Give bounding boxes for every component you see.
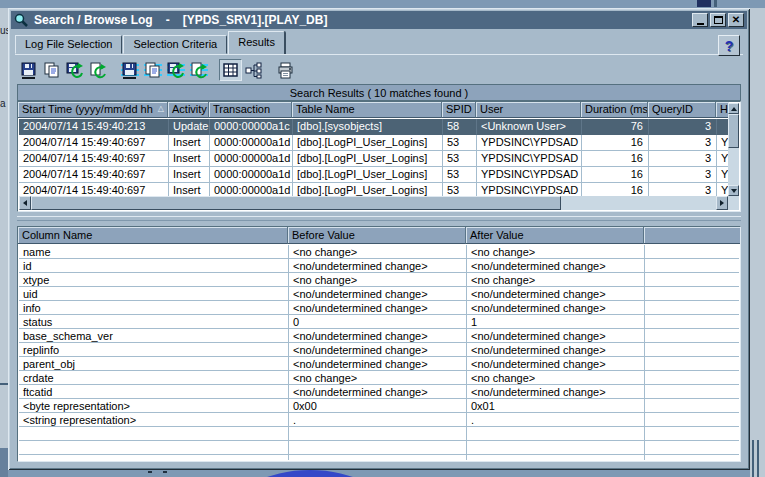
list-item[interactable]: replinfo <no/undetermined change> <no/un…: [19, 343, 739, 357]
scroll-down-button[interactable]: [728, 185, 739, 196]
list-item[interactable]: [19, 441, 739, 455]
scrollbar-corner: [728, 196, 739, 210]
arrow-up-icon: [731, 107, 737, 111]
list-item[interactable]: info <no/undetermined change> <no/undete…: [19, 301, 739, 315]
background-window-fragment-right: [750, 8, 765, 477]
tab[interactable]: Selection Criteria: [123, 35, 227, 54]
table-row[interactable]: 2004/07/14 15:49:40:697 Insert 0000:0000…: [19, 135, 728, 151]
list-item[interactable]: uid <no/undetermined change> <no/undeter…: [19, 287, 739, 301]
tree-view-button[interactable]: [242, 59, 265, 81]
column-header-transaction[interactable]: Transaction: [209, 102, 292, 118]
column-header-user[interactable]: User: [476, 102, 581, 118]
copy-button[interactable]: [40, 59, 63, 81]
save-button[interactable]: [17, 59, 40, 81]
list-item[interactable]: name <no change> <no change>: [19, 245, 739, 259]
horizontal-scrollbar-thumb[interactable]: [31, 196, 561, 210]
magnifier-icon: [14, 13, 29, 28]
save-icon: [20, 62, 38, 79]
list-item[interactable]: [19, 427, 739, 441]
copy-filtered-button[interactable]: [141, 59, 164, 81]
window-title-separator: -: [166, 13, 170, 27]
vertical-scrollbar-thumb[interactable]: [728, 114, 739, 148]
copy-icon: [43, 62, 61, 79]
column-header-after-value[interactable]: After Value: [466, 227, 644, 244]
tab[interactable]: Log File Selection: [15, 35, 122, 54]
load-revert-filtered-icon: [190, 62, 208, 79]
background-text-fragment: a: [0, 98, 6, 109]
desktop: us a Search / Browse Log - [YPDS_SRV1].[…: [0, 0, 765, 477]
vertical-scrollbar[interactable]: [728, 103, 739, 196]
tab-page-edge: [15, 54, 743, 55]
arrow-right-icon: [720, 200, 724, 206]
background-window-fragment: [0, 448, 8, 477]
list-item[interactable]: [19, 455, 739, 460]
save-revert-filtered-button[interactable]: [164, 59, 187, 81]
column-header-before-value[interactable]: Before Value: [288, 227, 466, 244]
row-details-table: Column Name Before Value After Value nam…: [17, 226, 741, 462]
list-item[interactable]: ftcatid <no/undetermined change> <no/und…: [19, 385, 739, 399]
maximize-icon: [714, 16, 723, 24]
scroll-left-button[interactable]: [19, 196, 31, 210]
column-header-start-time[interactable]: Start Time (yyyy/mm/dd hh △: [18, 102, 168, 118]
column-header-queryid[interactable]: QueryID: [648, 102, 716, 118]
column-header-spid[interactable]: SPID: [442, 102, 476, 118]
save-filtered-button[interactable]: [118, 59, 141, 81]
background-line-fragment: [0, 383, 8, 385]
list-item[interactable]: status 0 1: [19, 315, 739, 329]
tree-view-icon: [245, 62, 263, 79]
list-item[interactable]: xtype <no change> <no change>: [19, 273, 739, 287]
table-row[interactable]: 2004/07/14 15:49:40:697 Insert 0000:0000…: [19, 151, 728, 167]
horizontal-scrollbar[interactable]: [19, 196, 728, 210]
scroll-up-button[interactable]: [728, 103, 739, 114]
load-revert-button[interactable]: [86, 59, 109, 81]
list-item[interactable]: crdate <no change> <no change>: [19, 371, 739, 385]
save-revert-button[interactable]: [63, 59, 86, 81]
title-bar[interactable]: Search / Browse Log - [YPDS_SRV1].[PLAY_…: [11, 11, 747, 29]
splitter-bar[interactable]: [17, 216, 741, 221]
list-item[interactable]: <byte representation> 0x00 0x01: [19, 399, 739, 413]
list-item[interactable]: parent_obj <no/undetermined change> <no/…: [19, 357, 739, 371]
grid-view-button[interactable]: [219, 59, 242, 81]
background-line-fragment: [163, 471, 167, 473]
save-revert-icon: [66, 62, 84, 79]
maximize-button[interactable]: [710, 13, 726, 27]
tab-bar: Log File SelectionSelection CriteriaResu…: [15, 31, 743, 54]
details-table-header: Column Name Before Value After Value: [18, 227, 740, 244]
column-header-duration[interactable]: Duration (ms): [581, 102, 648, 118]
column-header-table-name[interactable]: Table Name: [292, 102, 442, 118]
results-table-header: Start Time (yyyy/mm/dd hh △ Activity Tra…: [18, 102, 729, 118]
background-line-fragment: [148, 471, 152, 473]
column-header-empty: [644, 227, 740, 244]
toolbar: [17, 58, 297, 82]
window-title-context: [YPDS_SRV1].[PLAY_DB]: [183, 13, 328, 27]
tab[interactable]: Results: [228, 31, 285, 54]
save-filtered-icon: [121, 62, 139, 79]
background-line-fragment: [757, 440, 759, 477]
scroll-right-button[interactable]: [716, 196, 728, 210]
sort-ascending-icon: △: [158, 104, 164, 113]
table-row[interactable]: 2004/07/14 15:49:40:213 Update 0000:0000…: [19, 119, 728, 135]
table-row[interactable]: 2004/07/14 15:49:40:697 Insert 0000:0000…: [19, 167, 728, 183]
column-header-activity[interactable]: Activity: [168, 102, 209, 118]
results-table: Start Time (yyyy/mm/dd hh △ Activity Tra…: [17, 101, 741, 212]
background-icon-fragment: [714, 0, 717, 7]
help-button[interactable]: ?: [718, 35, 740, 56]
grid-view-icon: [222, 62, 240, 79]
list-item[interactable]: <string representation> . .: [19, 413, 739, 427]
arrow-down-icon: [731, 189, 737, 193]
print-button[interactable]: [274, 59, 297, 81]
help-question-icon: ?: [725, 38, 734, 54]
minimize-button[interactable]: [692, 13, 708, 27]
load-revert-icon: [89, 62, 107, 79]
close-button[interactable]: ✕: [728, 13, 744, 27]
background-line-fragment: [752, 440, 754, 477]
list-item[interactable]: id <no/undetermined change> <no/undeterm…: [19, 259, 739, 273]
column-header-column-name[interactable]: Column Name: [18, 227, 288, 244]
load-revert-filtered-button[interactable]: [187, 59, 210, 81]
arrow-left-icon: [23, 200, 27, 206]
results-summary-bar: Search Results ( 10 matches found ): [17, 84, 741, 101]
background-icon-fragment: [697, 0, 711, 7]
results-summary-text: Search Results ( 10 matches found ): [290, 87, 469, 99]
minimize-icon: [697, 23, 704, 25]
list-item[interactable]: base_schema_ver <no/undetermined change>…: [19, 329, 739, 343]
